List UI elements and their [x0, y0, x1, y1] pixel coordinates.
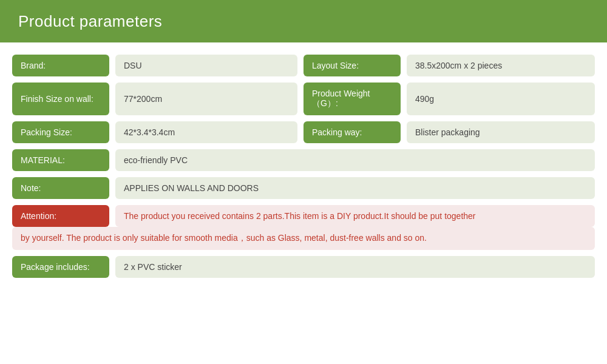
row-attention-continuation: by yourself. The product is only suitabl… [12, 227, 595, 250]
label-package: Package includes: [12, 256, 109, 278]
label-finish-size: Finish Size on wall: [12, 83, 109, 115]
label-attention: Attention: [12, 205, 109, 227]
row-note: Note: APPLIES ON WALLS AND DOORS [12, 177, 595, 199]
label-brand: Brand: [12, 55, 109, 76]
value-brand: DSU [115, 55, 297, 76]
value-layout-size: 38.5x200cm x 2 pieces [407, 55, 595, 76]
label-packing-size: Packing Size: [12, 121, 109, 143]
value-note: APPLIES ON WALLS AND DOORS [115, 177, 595, 199]
row-package: Package includes: 2 x PVC sticker [12, 256, 595, 278]
value-attention: The product you received contains 2 part… [115, 205, 595, 227]
value-finish-size: 77*200cm [115, 83, 297, 115]
value-packing-way: Blister packaging [407, 121, 595, 143]
label-material: MATERIAL: [12, 149, 109, 171]
content: Brand: DSU Layout Size: 38.5x200cm x 2 p… [0, 42, 607, 290]
row-attention: Attention: The product you received cont… [12, 205, 595, 227]
row-brand-layout: Brand: DSU Layout Size: 38.5x200cm x 2 p… [12, 55, 595, 76]
page-title: Product parameters [18, 12, 162, 31]
label-layout-size: Layout Size: [304, 55, 401, 76]
value-attention-continuation: by yourself. The product is only suitabl… [12, 227, 595, 250]
value-packing-size: 42*3.4*3.4cm [115, 121, 297, 143]
row-packing: Packing Size: 42*3.4*3.4cm Packing way: … [12, 121, 595, 143]
header: Product parameters [0, 0, 607, 42]
value-product-weight: 490g [407, 83, 595, 115]
row-material: MATERIAL: eco-friendly PVC [12, 149, 595, 171]
label-note: Note: [12, 177, 109, 199]
label-product-weight: Product Weight（G）: [304, 83, 401, 115]
value-material: eco-friendly PVC [115, 149, 595, 171]
label-packing-way: Packing way: [304, 121, 401, 143]
value-package: 2 x PVC sticker [115, 256, 595, 278]
row-finish-weight: Finish Size on wall: 77*200cm Product We… [12, 83, 595, 115]
